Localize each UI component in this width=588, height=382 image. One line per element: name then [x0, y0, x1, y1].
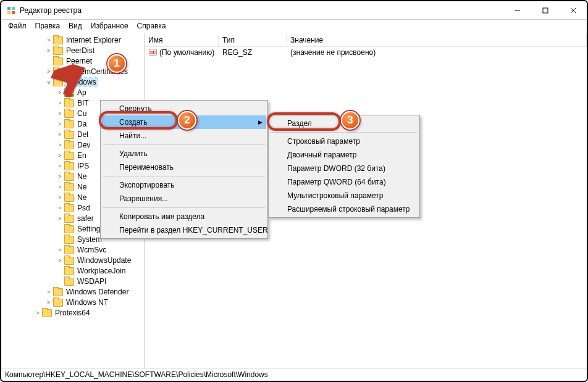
- menu-view[interactable]: Вид: [64, 20, 86, 31]
- string-value-icon: [148, 48, 157, 57]
- tree-node[interactable]: Peernet: [1, 56, 144, 66]
- close-button[interactable]: [559, 1, 587, 19]
- svg-rect-3: [12, 11, 15, 14]
- list-row[interactable]: (По умолчанию) REG_SZ (значение не присв…: [145, 47, 587, 58]
- tree-node[interactable]: WorkplaceJoin: [1, 265, 144, 276]
- list-header: Имя Тип Значение: [145, 33, 587, 47]
- svg-rect-0: [7, 7, 10, 10]
- window-title: Редактор реестра: [20, 6, 503, 15]
- ctx-new-key[interactable]: Раздел: [270, 117, 418, 130]
- ctx-new-binary[interactable]: Двоичный параметр: [270, 148, 418, 162]
- ctx-find[interactable]: Найти...: [102, 129, 266, 143]
- app-icon: [6, 6, 16, 15]
- tree-node[interactable]: >WcmSvc: [1, 244, 144, 255]
- tree-node[interactable]: >WindowsUpdate: [1, 255, 144, 265]
- tree-node[interactable]: >SystemCertificates: [1, 66, 144, 77]
- context-menu-key: Свернуть Создать▶ Найти... Удалить Переи…: [100, 100, 268, 239]
- ctx-new-qword[interactable]: Параметр QWORD (64 бита): [270, 175, 418, 189]
- tree-node[interactable]: >Ap: [1, 87, 144, 98]
- header-value[interactable]: Значение: [287, 34, 587, 46]
- tree-node[interactable]: >Windows NT: [1, 297, 144, 307]
- tree-node-windows[interactable]: vWindows: [1, 77, 144, 87]
- maximize-button[interactable]: [531, 1, 559, 19]
- ctx-copy-name[interactable]: Копировать имя раздела: [102, 210, 266, 223]
- svg-rect-2: [7, 11, 10, 14]
- menu-help[interactable]: Справка: [133, 20, 170, 31]
- ctx-delete[interactable]: Удалить: [102, 147, 266, 160]
- svg-rect-1: [12, 7, 15, 10]
- title-bar: Редактор реестра: [1, 1, 587, 20]
- menu-bar: Файл Правка Вид Избранное Справка: [1, 20, 587, 32]
- ctx-permissions[interactable]: Разрешения...: [102, 192, 266, 206]
- app-window: Редактор реестра Файл Правка Вид Избранн…: [0, 0, 588, 382]
- ctx-collapse[interactable]: Свернуть: [102, 102, 266, 115]
- tree-node[interactable]: >Windows Defender: [1, 286, 144, 297]
- svg-rect-5: [543, 8, 548, 13]
- header-type[interactable]: Тип: [219, 34, 287, 46]
- ctx-new-dword[interactable]: Параметр DWORD (32 бита): [270, 162, 418, 175]
- ctx-new-expandstring[interactable]: Расширяемый строковый параметр: [270, 202, 418, 216]
- ctx-goto-hkcu[interactable]: Перейти в раздел HKEY_CURRENT_USER: [102, 223, 266, 237]
- context-submenu-new: Раздел Строковый параметр Двоичный парам…: [268, 115, 420, 218]
- status-bar: Компьютер\HKEY_LOCAL_MACHINE\SOFTWARE\Po…: [1, 368, 587, 381]
- ctx-rename[interactable]: Переименовать: [102, 160, 266, 174]
- header-name[interactable]: Имя: [145, 34, 219, 46]
- tree-node[interactable]: >PeerDist: [1, 45, 144, 56]
- ctx-new-string[interactable]: Строковый параметр: [270, 135, 418, 148]
- tree-node[interactable]: >Protexis64: [1, 307, 144, 318]
- ctx-new-multistring[interactable]: Мультистроковый параметр: [270, 189, 418, 202]
- menu-favorites[interactable]: Избранное: [86, 20, 133, 31]
- status-path: Компьютер\HKEY_LOCAL_MACHINE\SOFTWARE\Po…: [5, 370, 268, 379]
- minimize-button[interactable]: [503, 1, 531, 19]
- menu-edit[interactable]: Правка: [31, 20, 65, 31]
- tree-node[interactable]: WSDAPI: [1, 276, 144, 286]
- ctx-export[interactable]: Экспортировать: [102, 178, 266, 192]
- menu-file[interactable]: Файл: [4, 20, 31, 31]
- ctx-new[interactable]: Создать▶: [102, 115, 266, 129]
- tree-node[interactable]: >Internet Explorer: [1, 35, 144, 45]
